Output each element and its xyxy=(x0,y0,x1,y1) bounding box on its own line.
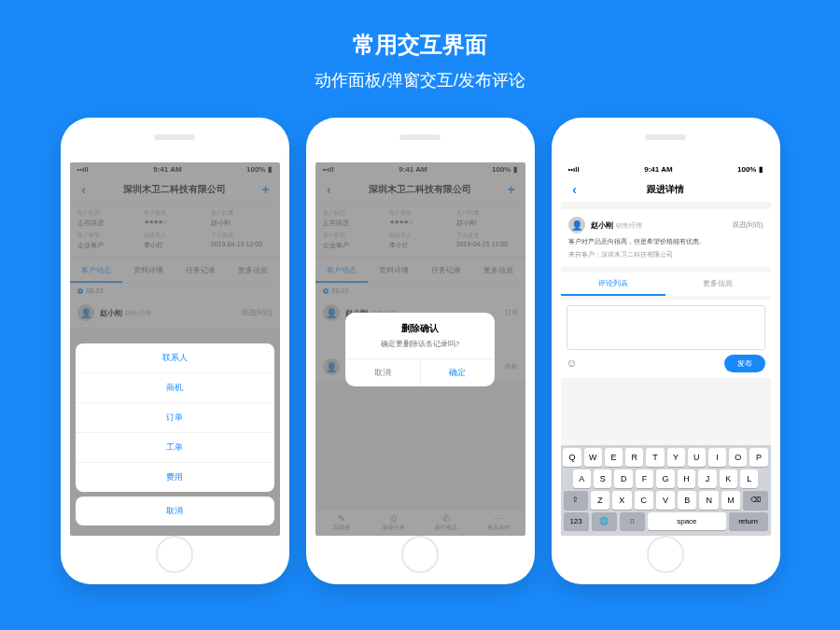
key-j[interactable]: J xyxy=(698,469,716,488)
comment-source: 来自客户：深圳木卫二科技有限公司 xyxy=(568,250,763,259)
sheet-item-expense[interactable]: 费用 xyxy=(76,463,274,492)
key-p[interactable]: P xyxy=(749,448,767,467)
comment-text: 客户对产品意向很高，但是希望价格能有优惠。 xyxy=(568,237,763,246)
sheet-item-ticket[interactable]: 工单 xyxy=(76,433,274,463)
key-a[interactable]: A xyxy=(573,469,591,488)
key-q[interactable]: Q xyxy=(563,448,581,467)
key-space[interactable]: space xyxy=(648,512,726,530)
key-e[interactable]: E xyxy=(605,448,623,467)
key-l[interactable]: L xyxy=(740,469,758,488)
avatar: 👤 xyxy=(568,217,585,233)
nav-title: 跟进详情 xyxy=(647,183,684,196)
action-sheet-overlay[interactable]: 联系人 商机 订单 工单 费用 取消 xyxy=(70,162,280,536)
comment-tag: 跟进(到访) xyxy=(733,220,763,230)
keyboard[interactable]: QWERTYUIOP ASDFGHJKL ⇧ ZXCVBNM ⌫ 123 🌐 ⎍… xyxy=(561,445,771,536)
key-v[interactable]: V xyxy=(656,491,675,510)
comment-author: 赵小刚销售经理 xyxy=(591,220,642,231)
dialog-title: 删除确认 xyxy=(345,313,495,339)
key-123[interactable]: 123 xyxy=(564,512,589,530)
key-b[interactable]: B xyxy=(678,491,696,510)
publish-button[interactable]: 发布 xyxy=(724,355,765,372)
dialog-message: 确定要删除该条记录吗? xyxy=(345,339,495,358)
key-k[interactable]: K xyxy=(720,469,737,488)
key-y[interactable]: Y xyxy=(667,448,685,467)
sheet-item-order[interactable]: 订单 xyxy=(76,403,274,433)
phone-compose: ••ıll 9:41 AM 100%▮ ‹ 跟进详情 👤 赵小刚销售经理 跟进(… xyxy=(552,118,780,584)
key-c[interactable]: C xyxy=(635,491,653,510)
key-f[interactable]: F xyxy=(636,469,653,488)
sheet-item-opportunity[interactable]: 商机 xyxy=(76,373,274,403)
key-mic[interactable]: ⎍ xyxy=(620,512,645,530)
key-o[interactable]: O xyxy=(729,448,747,467)
phone-action-sheet: ••ıll 9:41 AM 100%▮ ‹ 深圳木卫二科技有限公司 + 客户状态… xyxy=(61,118,289,584)
signal-icon: ••ıll xyxy=(568,165,580,174)
key-d[interactable]: D xyxy=(614,469,632,488)
key-n[interactable]: N xyxy=(699,491,718,510)
key-r[interactable]: R xyxy=(625,448,643,467)
back-button[interactable]: ‹ xyxy=(568,182,581,197)
key-g[interactable]: G xyxy=(656,469,674,488)
battery-label: 100% xyxy=(737,165,756,174)
dialog-ok-button[interactable]: 确定 xyxy=(421,359,496,386)
key-t[interactable]: T xyxy=(646,448,664,467)
key-return[interactable]: return xyxy=(729,512,768,530)
dialog-overlay[interactable]: 删除确认 确定要删除该条记录吗? 取消 确定 xyxy=(315,162,525,536)
key-backspace[interactable]: ⌫ xyxy=(743,491,767,510)
key-x[interactable]: X xyxy=(612,491,631,510)
key-m[interactable]: M xyxy=(721,491,740,510)
emoji-button[interactable]: ☺ xyxy=(567,357,578,370)
comment-input[interactable] xyxy=(567,305,765,350)
key-i[interactable]: I xyxy=(708,448,726,467)
confirm-dialog: 删除确认 确定要删除该条记录吗? 取消 确定 xyxy=(345,313,495,386)
status-bar: ••ıll 9:41 AM 100%▮ xyxy=(561,162,771,176)
key-h[interactable]: H xyxy=(678,469,695,488)
key-w[interactable]: W xyxy=(584,448,602,467)
key-z[interactable]: Z xyxy=(591,491,609,510)
page-title: 常用交互界面 xyxy=(0,30,840,60)
key-u[interactable]: U xyxy=(688,448,706,467)
sheet-item-contact[interactable]: 联系人 xyxy=(76,343,274,373)
status-time: 9:41 AM xyxy=(644,165,672,174)
key-shift[interactable]: ⇧ xyxy=(564,491,588,510)
subtab-more[interactable]: 更多信息 xyxy=(665,273,771,296)
battery-icon: ▮ xyxy=(759,165,763,174)
phone-dialog: ••ıll 9:41 AM 100%▮ ‹ 深圳木卫二科技有限公司 + 客户状态… xyxy=(306,118,535,584)
key-s[interactable]: S xyxy=(594,469,611,488)
page-subtitle: 动作面板/弹窗交互/发布评论 xyxy=(0,69,840,91)
subtab-comments[interactable]: 评论列表 xyxy=(561,273,666,296)
key-globe[interactable]: 🌐 xyxy=(592,512,617,530)
sheet-cancel[interactable]: 取消 xyxy=(76,497,274,525)
dialog-cancel-button[interactable]: 取消 xyxy=(345,359,421,386)
